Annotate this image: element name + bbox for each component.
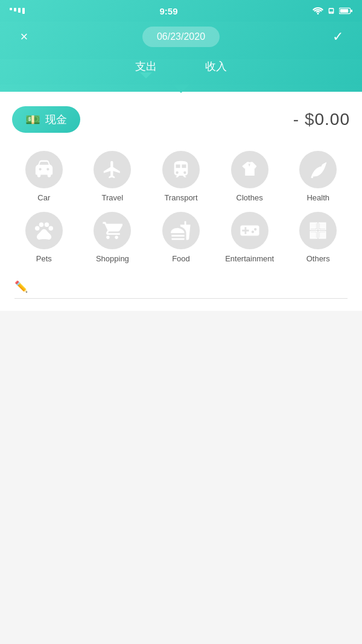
category-grid: Car Travel Transport bbox=[12, 151, 350, 263]
date-display[interactable]: 06/23/2020 bbox=[142, 27, 220, 47]
entertainment-icon bbox=[240, 220, 260, 241]
svg-rect-10 bbox=[320, 232, 326, 238]
health-icon-wrap bbox=[299, 151, 337, 188]
pencil-icon: ✏️ bbox=[14, 280, 28, 293]
cash-label: 现金 bbox=[45, 112, 67, 127]
note-row: ✏️ bbox=[14, 280, 348, 299]
amount-display: - $0.00 bbox=[293, 110, 350, 129]
clothes-icon bbox=[240, 159, 260, 180]
health-icon bbox=[308, 159, 328, 180]
others-icon bbox=[308, 220, 328, 241]
transport-icon-wrap bbox=[162, 151, 200, 188]
transport-icon bbox=[171, 159, 191, 180]
tab-arrow bbox=[0, 84, 362, 92]
travel-label: Travel bbox=[102, 193, 124, 202]
car-icon bbox=[34, 159, 54, 180]
others-icon-wrap bbox=[299, 212, 337, 249]
others-label: Others bbox=[306, 254, 330, 263]
svg-point-4 bbox=[39, 223, 44, 228]
status-icons bbox=[313, 7, 352, 15]
cash-button[interactable]: 💵 现金 bbox=[12, 106, 80, 133]
svg-rect-9 bbox=[310, 232, 316, 238]
category-car[interactable]: Car bbox=[12, 151, 76, 202]
header: × 06/23/2020 ✓ bbox=[0, 22, 362, 59]
category-entertainment[interactable]: Entertainment bbox=[218, 212, 282, 263]
svg-rect-1 bbox=[351, 10, 352, 12]
category-transport[interactable]: Transport bbox=[149, 151, 213, 202]
pets-icon bbox=[33, 220, 55, 241]
wifi-icon bbox=[313, 7, 323, 15]
car-icon-wrap bbox=[25, 151, 63, 188]
category-travel[interactable]: Travel bbox=[81, 151, 145, 202]
travel-icon bbox=[102, 159, 122, 180]
cash-amount-row: 💵 现金 - $0.00 bbox=[12, 106, 350, 133]
svg-point-5 bbox=[45, 223, 49, 228]
svg-point-6 bbox=[48, 226, 53, 231]
travel-icon-wrap bbox=[94, 151, 131, 188]
clothes-icon-wrap bbox=[231, 151, 268, 188]
category-pets[interactable]: Pets bbox=[12, 212, 76, 263]
entertainment-icon-wrap bbox=[231, 212, 268, 249]
tab-bar: 支出 收入 bbox=[0, 59, 362, 84]
close-button[interactable]: × bbox=[12, 29, 36, 45]
category-others[interactable]: Others bbox=[286, 212, 350, 263]
category-health[interactable]: Health bbox=[286, 151, 350, 202]
amount-value: 0.00 bbox=[315, 110, 351, 129]
shopping-icon-wrap bbox=[94, 212, 131, 249]
tab-income[interactable]: 收入 bbox=[205, 59, 227, 76]
status-bar: 9:59 bbox=[0, 0, 362, 22]
category-clothes[interactable]: Clothes bbox=[218, 151, 282, 202]
entertainment-label: Entertainment bbox=[225, 254, 274, 263]
shopping-icon bbox=[102, 220, 122, 241]
signal-icon bbox=[10, 8, 25, 14]
svg-rect-2 bbox=[340, 9, 349, 13]
svg-rect-8 bbox=[320, 223, 326, 229]
cash-icon: 💵 bbox=[25, 112, 40, 127]
screen-rotate-icon bbox=[327, 7, 335, 15]
tab-expense[interactable]: 支出 bbox=[135, 59, 157, 76]
content-area: 💵 现金 - $0.00 Car Travel bbox=[0, 92, 362, 311]
pets-label: Pets bbox=[36, 254, 52, 263]
svg-rect-7 bbox=[310, 223, 316, 229]
category-shopping[interactable]: Shopping bbox=[81, 212, 145, 263]
transport-label: Transport bbox=[164, 193, 197, 202]
svg-point-3 bbox=[35, 226, 40, 231]
status-time: 9:59 bbox=[159, 6, 177, 16]
amount-prefix: - $ bbox=[293, 110, 315, 129]
health-label: Health bbox=[306, 193, 329, 202]
battery-icon bbox=[339, 7, 352, 14]
car-label: Car bbox=[37, 193, 50, 202]
food-label: Food bbox=[172, 254, 190, 263]
food-icon-wrap bbox=[162, 212, 200, 249]
pets-icon-wrap bbox=[25, 212, 63, 249]
food-icon bbox=[171, 220, 191, 241]
note-input[interactable] bbox=[34, 282, 348, 292]
category-food[interactable]: Food bbox=[149, 212, 213, 263]
clothes-label: Clothes bbox=[237, 193, 263, 202]
shopping-label: Shopping bbox=[96, 254, 129, 263]
confirm-button[interactable]: ✓ bbox=[326, 29, 350, 45]
